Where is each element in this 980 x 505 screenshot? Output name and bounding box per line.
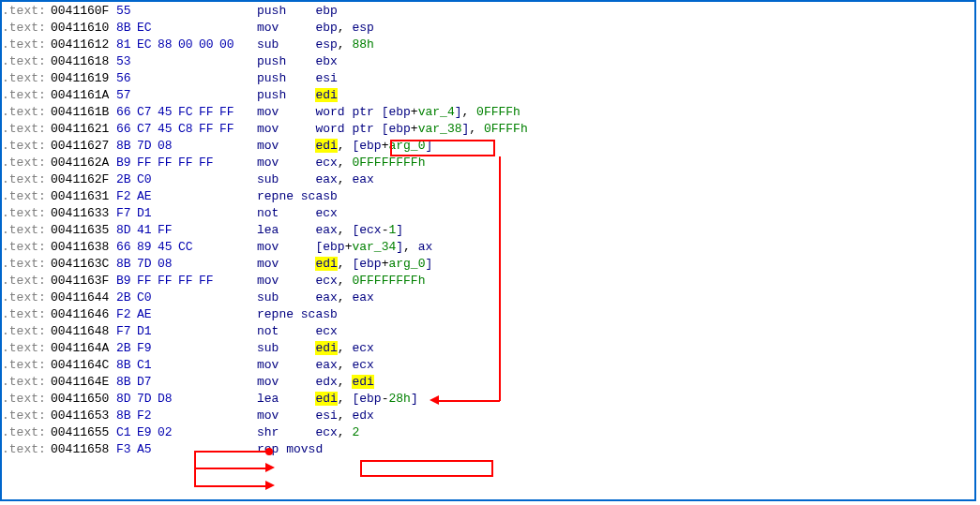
disasm-row[interactable]: .text:0041161956push esi [2, 70, 974, 87]
disasm-row[interactable]: .text:00411646F2AErepne scasb [2, 306, 974, 323]
disasm-row[interactable]: .text:0041163FB9FFFFFFFFmov ecx, 0FFFFFF… [2, 273, 974, 290]
address: 0041162A [51, 155, 116, 171]
opcode-byte: 81 [116, 37, 137, 53]
disasm-row[interactable]: .text:004116508D7DD8lea edi, [ebp-28h] [2, 391, 974, 408]
seg-prefix: .text: [2, 357, 51, 374]
opcode-byte [178, 222, 199, 239]
instruction: repne scasb [257, 188, 974, 205]
operand-token: ax [418, 240, 433, 254]
opcode-byte: AE [137, 188, 158, 205]
opcode-byte [199, 205, 219, 222]
opcode-byte: 55 [116, 3, 137, 20]
address: 0041161A [51, 87, 116, 104]
opcode-byte: C1 [137, 357, 158, 374]
opcode-byte: FF [199, 104, 219, 121]
address: 00411633 [51, 205, 116, 222]
opcode-byte: 8B [116, 357, 137, 374]
disasm-row[interactable]: .text:0041161281EC88000000sub esp, 88h [2, 37, 974, 53]
operand-token: + [411, 105, 418, 119]
disasm-row[interactable]: .text:0041163C8B7D08mov edi, [ebp+arg_0] [2, 256, 974, 273]
operand-token: ecx [315, 206, 337, 220]
seg-prefix: .text: [2, 222, 51, 239]
disasm-row[interactable]: .text:0041164A2BF9sub edi, ecx [2, 340, 974, 357]
opcode-byte: F2 [116, 188, 137, 205]
seg-prefix: .text: [2, 53, 51, 70]
arrow-head-mov2 [265, 481, 275, 490]
disasm-row[interactable]: .text:00411631F2AErepne scasb [2, 188, 974, 205]
opcode-byte [219, 290, 240, 306]
disasm-row[interactable]: .text:0041161A57push edi [2, 87, 974, 104]
mnemonic: sub [257, 37, 315, 52]
opcode-byte: B9 [116, 155, 137, 171]
opcode-byte: 02 [158, 424, 178, 441]
opcode-byte [178, 374, 199, 391]
disasm-row[interactable]: .text:0041161853push ebx [2, 53, 974, 70]
opcode-byte [219, 306, 240, 323]
disasm-row[interactable]: .text:004116442BC0sub eax, eax [2, 290, 974, 306]
opcode-byte [219, 222, 240, 239]
disasm-row[interactable]: .text:0041161B66C745FCFFFFmov word ptr [… [2, 104, 974, 121]
disasm-row[interactable]: .text:00411658F3A5rep movsd [2, 441, 974, 458]
address: 0041162F [51, 171, 116, 188]
operand-token: ebp [359, 392, 381, 406]
instruction: not ecx [257, 205, 974, 222]
operand-token: , [462, 105, 477, 119]
address: 0041164E [51, 374, 116, 391]
opcode-byte [178, 3, 199, 20]
mnemonic: mov [257, 358, 315, 372]
disasm-row[interactable]: .text:00411633F7D1not ecx [2, 205, 974, 222]
opcode-byte: FF [158, 155, 178, 171]
operand-token: ecx [352, 341, 373, 355]
arrow-h3 [194, 485, 267, 487]
seg-prefix: .text: [2, 408, 51, 424]
seg-prefix: .text: [2, 171, 51, 188]
disasm-row[interactable]: .text:004116538BF2mov esi, edx [2, 408, 974, 424]
disasm-row[interactable]: .text:0041160F55push ebp [2, 3, 974, 20]
address: 00411627 [51, 138, 116, 155]
disasm-row[interactable]: .text:0041164C8BC1mov eax, ecx [2, 357, 974, 374]
disasm-row[interactable]: .text:004116278B7D08mov edi, [ebp+arg_0] [2, 138, 974, 155]
operand-token: , [338, 375, 353, 389]
instruction: mov edi, [ebp+arg_0] [257, 256, 974, 273]
disasm-view: .text:0041160F55push ebp.text:004116108B… [0, 0, 976, 501]
opcode-byte: 2B [116, 171, 137, 188]
mnemonic: not [257, 324, 315, 338]
opcode-byte [158, 323, 178, 340]
disasm-row[interactable]: .text:0041162166C745C8FFFFmov word ptr [… [2, 121, 974, 138]
mnemonic: mov [257, 21, 315, 35]
opcode-byte: 2B [116, 290, 137, 306]
opcode-byte [199, 20, 219, 37]
opcode-byte: 88 [158, 37, 178, 53]
opcode-byte: 57 [116, 87, 137, 104]
operand-token: ecx [315, 425, 337, 439]
operand-token: edx [352, 408, 373, 423]
operand-token: ecx [359, 223, 381, 237]
disasm-row[interactable]: .text:0041164E8BD7mov edx, edi [2, 374, 974, 391]
instruction: mov ecx, 0FFFFFFFFh [257, 155, 974, 171]
disasm-row[interactable]: .text:0041162F2BC0sub eax, eax [2, 171, 974, 188]
arrow-head-mov [265, 463, 275, 472]
arrow-h2 [194, 468, 267, 469]
address: 00411655 [51, 424, 116, 441]
operand-token: eax [315, 358, 337, 372]
opcode-byte [219, 391, 240, 408]
operand-token: edx [315, 375, 337, 389]
opcode-byte [199, 53, 219, 70]
disasm-row[interactable]: .text:004116108BECmov ebp, esp [2, 20, 974, 37]
opcode-byte [219, 424, 240, 441]
opcode-byte [199, 171, 219, 188]
opcode-byte [158, 290, 178, 306]
operand-token: esp [315, 37, 337, 52]
opcode-byte [219, 340, 240, 357]
disasm-row[interactable]: .text:004116358D41FFlea eax, [ecx-1] [2, 222, 974, 239]
mnemonic: sub [257, 341, 315, 355]
opcode-byte: 66 [116, 121, 137, 138]
disasm-row[interactable]: .text:00411655C1E902shr ecx, 2 [2, 424, 974, 441]
disasm-row[interactable]: .text:00411638668945CCmov [ebp+var_34], … [2, 239, 974, 256]
disasm-row[interactable]: .text:00411648F7D1not ecx [2, 323, 974, 340]
operand-token: eax [315, 223, 337, 237]
instruction: mov ebp, esp [257, 20, 974, 37]
opcode-byte [199, 138, 219, 155]
disasm-row[interactable]: .text:0041162AB9FFFFFFFFmov ecx, 0FFFFFF… [2, 155, 974, 171]
opcode-byte: 00 [178, 37, 199, 53]
